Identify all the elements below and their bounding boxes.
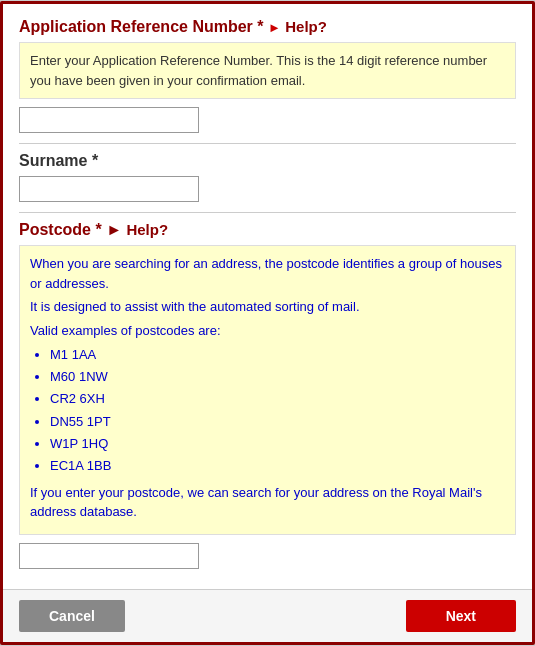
app-ref-title: Application Reference Number * ► Help? <box>19 18 516 36</box>
app-ref-arrow-icon: ► <box>268 20 281 35</box>
dialog-body: Application Reference Number * ► Help? E… <box>3 4 532 589</box>
cancel-button[interactable]: Cancel <box>19 600 125 632</box>
postcode-info-footer: If you enter your postcode, we can searc… <box>30 483 505 522</box>
postcode-example-6: EC1A 1BB <box>50 455 505 477</box>
postcode-example-1: M1 1AA <box>50 344 505 366</box>
app-ref-title-text: Application Reference Number <box>19 18 253 35</box>
postcode-info-box: When you are searching for an address, t… <box>19 245 516 535</box>
surname-title-text: Surname <box>19 152 87 169</box>
app-ref-info-text: Enter your Application Reference Number.… <box>30 53 487 88</box>
postcode-section: Postcode * ► Help? When you are searchin… <box>19 221 516 569</box>
postcode-info-line-1: When you are searching for an address, t… <box>30 254 505 293</box>
postcode-example-2: M60 1NW <box>50 366 505 388</box>
app-ref-info-box: Enter your Application Reference Number.… <box>19 42 516 99</box>
app-ref-input[interactable] <box>19 107 199 133</box>
postcode-title-text: Postcode <box>19 221 91 238</box>
postcode-title: Postcode * ► Help? <box>19 221 516 239</box>
postcode-help-link[interactable]: Help? <box>126 221 168 238</box>
divider-1 <box>19 143 516 144</box>
postcode-examples-list: M1 1AA M60 1NW CR2 6XH DN55 1PT W1P 1HQ … <box>50 344 505 477</box>
next-button[interactable]: Next <box>406 600 516 632</box>
divider-2 <box>19 212 516 213</box>
postcode-info-line-2: It is designed to assist with the automa… <box>30 297 505 317</box>
application-dialog: Application Reference Number * ► Help? E… <box>0 1 535 645</box>
surname-section: Surname * <box>19 152 516 202</box>
postcode-example-5: W1P 1HQ <box>50 433 505 455</box>
surname-input[interactable] <box>19 176 199 202</box>
postcode-example-4: DN55 1PT <box>50 411 505 433</box>
postcode-input[interactable] <box>19 543 199 569</box>
postcode-arrow-icon: ► <box>106 221 122 238</box>
dialog-footer: Cancel Next <box>3 589 532 642</box>
app-ref-help-link[interactable]: Help? <box>285 18 327 35</box>
postcode-example-3: CR2 6XH <box>50 388 505 410</box>
app-ref-section: Application Reference Number * ► Help? E… <box>19 18 516 133</box>
postcode-info-line-3: Valid examples of postcodes are: <box>30 321 505 341</box>
surname-title: Surname * <box>19 152 516 170</box>
